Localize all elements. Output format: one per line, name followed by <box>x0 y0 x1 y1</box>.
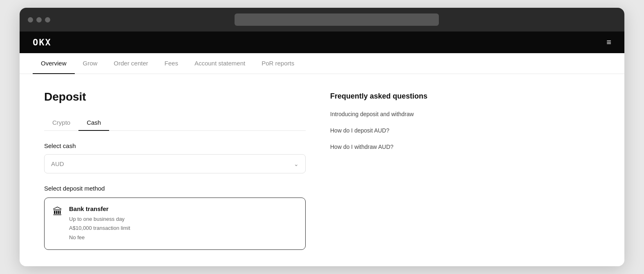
logo: OKX <box>33 37 51 47</box>
faq-item-0[interactable]: Introducing deposit and withdraw <box>330 110 445 119</box>
select-cash-label: Select cash <box>44 142 306 149</box>
traffic-light-maximize <box>45 17 50 22</box>
cash-currency-dropdown[interactable]: AUD ⌄ <box>44 154 306 173</box>
method-detail-1: Up to one business day <box>69 215 130 224</box>
deposit-section: Deposit Crypto Cash Select cash AUD ⌄ Se… <box>44 90 306 249</box>
deposit-title: Deposit <box>44 90 306 103</box>
tab-overview[interactable]: Overview <box>33 53 75 74</box>
browser-window: OKX ≡ Overview Grow Order center Fees Ac… <box>20 8 624 266</box>
main-content: Deposit Crypto Cash Select cash AUD ⌄ Se… <box>20 74 624 266</box>
tab-order-center[interactable]: Order center <box>105 53 156 74</box>
deposit-tab-crypto[interactable]: Crypto <box>44 115 78 131</box>
method-detail-2: A$10,000 transaction limit <box>69 224 130 233</box>
traffic-light-minimize <box>36 17 42 22</box>
method-detail-3: No fee <box>69 233 130 242</box>
address-bar[interactable] <box>235 13 439 26</box>
logo-text: OKX <box>33 37 51 47</box>
deposit-tabs: Crypto Cash <box>44 115 306 131</box>
nav-bar: OKX ≡ <box>20 31 624 53</box>
bank-transfer-card[interactable]: 🏛 Bank transfer Up to one business day A… <box>44 198 306 249</box>
tab-fees[interactable]: Fees <box>157 53 186 74</box>
chevron-down-icon: ⌄ <box>294 161 299 167</box>
cash-currency-value: AUD <box>51 160 64 167</box>
tab-por-reports[interactable]: PoR reports <box>253 53 302 74</box>
deposit-tab-cash[interactable]: Cash <box>78 115 109 131</box>
traffic-light-close <box>28 17 33 22</box>
faq-title: Frequently asked questions <box>330 92 445 101</box>
browser-chrome <box>20 8 624 31</box>
select-method-label: Select deposit method <box>44 185 306 192</box>
method-name: Bank transfer <box>69 205 130 212</box>
bank-icon: 🏛 <box>53 206 63 218</box>
faq-item-1[interactable]: How do I deposit AUD? <box>330 127 445 135</box>
method-info: Bank transfer Up to one business day A$1… <box>69 205 130 242</box>
main-tabs: Overview Grow Order center Fees Account … <box>20 53 624 74</box>
traffic-lights <box>28 17 50 22</box>
faq-item-2[interactable]: How do I withdraw AUD? <box>330 143 445 151</box>
tab-grow[interactable]: Grow <box>75 53 106 74</box>
tab-account-statement[interactable]: Account statement <box>186 53 253 74</box>
hamburger-menu-icon[interactable]: ≡ <box>606 38 611 47</box>
faq-section: Frequently asked questions Introducing d… <box>330 90 445 249</box>
